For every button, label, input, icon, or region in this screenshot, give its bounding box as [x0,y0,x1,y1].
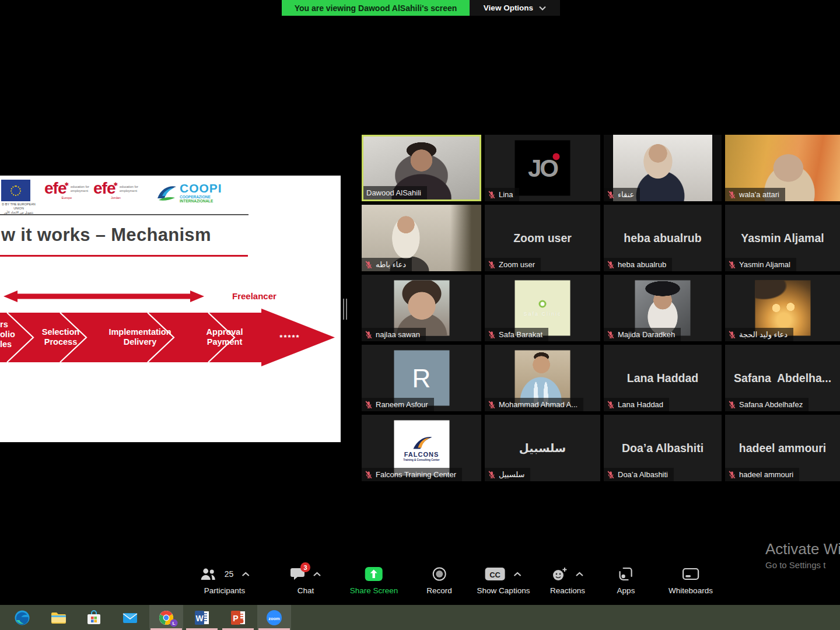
participant-tile[interactable]: RRaneem Asfour [362,345,481,411]
record-button[interactable]: Record [426,566,452,595]
participant-name-label: Lana Haddad [604,398,669,411]
mic-muted-icon [488,401,496,409]
mic-muted-icon [488,261,496,269]
participant-name-label: Falcons Training Center [362,468,462,481]
mic-muted-icon [607,471,615,479]
participant-tile[interactable]: عنقاء [604,135,722,201]
participant-tile[interactable]: wala'a attari [725,135,840,201]
edge-icon [13,609,31,626]
mic-muted-icon [607,191,615,199]
participant-tile[interactable]: دعاء وليد الحجة [725,275,840,341]
participant-name-label: Dawood AlSahili [363,186,427,200]
efe-europe-logo: efe ✱ education for employment Europe [44,181,89,200]
toolbar-button-label: Reactions [550,586,585,595]
chrome-profile-badge: L [170,619,178,627]
safa-clinic-icon [539,300,547,307]
participant-tile[interactable]: Yasmin AljamalYasmin Aljamal [725,205,840,271]
coopi-bird-icon [155,183,177,202]
participant-tile[interactable]: heba abualrubheba abualrub [604,205,722,271]
efe-sub1: education for [120,185,138,188]
captions-button[interactable]: CCShow Captions [477,566,530,595]
process-step-fragment: rs olio les [0,320,15,349]
toolbar-button-label: Show Captions [477,586,530,595]
efe-wordmark: efe [44,181,66,195]
participants-button[interactable]: 25Participants [200,566,250,595]
participant-tile[interactable]: najlaa sawan [362,275,481,341]
taskbar-app-mail[interactable] [113,605,147,630]
taskbar-app-explorer[interactable] [41,605,75,630]
mic-muted-icon [488,191,496,199]
powerpoint-icon: P [229,609,247,626]
word-icon: W [193,609,211,626]
panel-resize-handle[interactable] [343,299,347,320]
whiteboards-icon [682,566,699,582]
chevron-up-icon[interactable] [313,572,321,577]
taskbar-app-edge[interactable] [5,605,39,630]
mic-muted-icon [488,471,496,479]
running-app-indicator [150,628,182,630]
efe-flower-icon: ✱ [113,181,118,187]
participant-tile[interactable]: hadeel ammourihadeel ammouri [725,415,840,481]
taskbar-app-store[interactable] [77,605,111,630]
efe-jordan-logo: efe ✱ education for employment Jordan [93,181,138,200]
running-app-indicator [222,628,254,630]
share-button[interactable]: Share Screen [350,566,398,595]
participant-tile[interactable]: Lana HaddadLana Haddad [604,345,722,411]
mic-muted-icon [365,331,373,339]
mic-muted-icon [365,401,373,409]
participant-name-label: Safana Abdelhafez [725,398,808,411]
svg-text:W: W [195,614,204,623]
svg-text:CC: CC [490,570,501,579]
slide-divider-line [0,214,249,215]
chevron-up-icon[interactable] [575,572,584,577]
slide-title-underline [0,255,248,257]
coopi-logo: COOPI COOPERAZIONE INTERNAZIONALE [155,182,222,203]
apps-button[interactable]: Apps [617,566,635,595]
apps-icon [618,566,634,582]
toolbar-button-label: Record [426,586,452,595]
mail-icon [121,609,139,626]
participant-name-label: Zoom user [485,258,541,271]
participant-tile[interactable]: Mohammad Ahmad A... [485,345,600,411]
file-explorer-icon [50,609,67,626]
participants-icon [200,567,217,581]
participant-tile[interactable]: Dawood AlSahili [362,135,481,201]
chat-button[interactable]: 3Chat [290,566,321,595]
process-step-label: ***** [279,332,300,342]
participant-tile[interactable]: دعاء باطه [362,205,481,271]
chat-unread-badge: 3 [300,562,310,572]
eu-flag-logo [1,180,30,201]
participant-tile[interactable]: سلسبيلسلسبيل [485,415,600,481]
efe-region: Jordan [111,196,121,200]
mic-muted-icon [728,401,736,409]
svg-text:zoom: zoom [268,615,280,621]
participant-tile[interactable]: FALCONSTraining & Consulting CenterFalco… [362,415,481,481]
efe-sub2: employment [71,189,88,192]
participant-name-label: عنقاء [604,188,640,201]
participant-tile[interactable]: Majida Daradkeh [604,275,722,341]
chevron-up-icon[interactable] [241,572,250,577]
efe-sub2: employment [120,189,137,192]
participant-tile[interactable]: Safa ClinicSafa Barakat [485,275,600,341]
participant-tile[interactable]: JOLina [485,135,600,201]
whiteboards-button[interactable]: Whiteboards [668,566,713,595]
taskbar-app-zoom[interactable]: zoom [257,605,291,630]
participant-tile[interactable]: Safana Abdelha...Safana Abdelhafez [725,345,840,411]
efe-region: Europe [62,196,72,200]
participant-tile[interactable]: Doa’a AlbashitiDoa’a Albashiti [604,415,722,481]
toolbar-button-label: Participants [204,586,246,595]
taskbar-app-powerpoint[interactable]: P [221,605,255,630]
efe-sub1: education for [71,185,89,188]
toolbar-button-label: Apps [617,586,635,595]
chevron-up-icon[interactable] [513,572,522,577]
reactions-button[interactable]: Reactions [550,566,585,595]
taskbar-app-word[interactable]: W [185,605,219,630]
view-options-button[interactable]: View Options [470,0,560,16]
taskbar-app-chrome[interactable]: L [149,605,183,630]
double-arrow [1,289,206,303]
mic-muted-icon [728,471,736,479]
freelancer-label: Freelancer [232,291,276,301]
participant-tile[interactable]: Zoom userZoom user [485,205,600,271]
zoom-app-icon: zoom [265,609,283,626]
efe-wordmark: efe [93,181,115,195]
